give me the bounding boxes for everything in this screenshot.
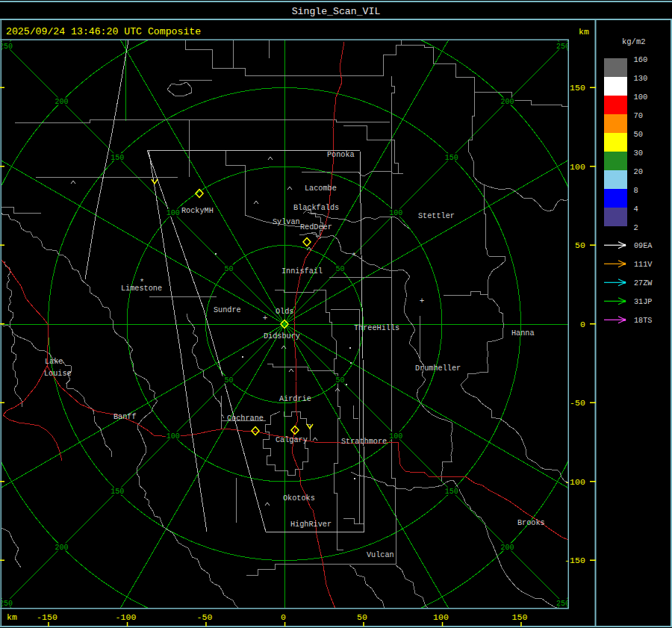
svg-text:27ZW: 27ZW xyxy=(634,279,653,287)
svg-text:200: 200 xyxy=(55,544,69,552)
svg-text:Olds: Olds xyxy=(276,308,293,316)
svg-text:-50: -50 xyxy=(196,612,212,622)
svg-text:-150: -150 xyxy=(564,556,585,565)
svg-text:0: 0 xyxy=(580,320,585,329)
svg-text:-100: -100 xyxy=(115,612,136,622)
svg-text:Sylvan: Sylvan xyxy=(273,218,300,226)
svg-text:8: 8 xyxy=(634,186,638,195)
svg-text:50: 50 xyxy=(336,376,345,385)
svg-text:HighRiver: HighRiver xyxy=(290,520,332,529)
svg-text:*: * xyxy=(140,278,145,287)
svg-text:Louise: Louise xyxy=(44,370,72,378)
svg-text:2: 2 xyxy=(634,223,638,232)
svg-text:160: 160 xyxy=(634,55,648,64)
svg-text:250: 250 xyxy=(556,43,570,51)
svg-text:RedDeer: RedDeer xyxy=(300,223,332,231)
svg-text:150: 150 xyxy=(445,154,458,162)
svg-text:Ponoka: Ponoka xyxy=(327,151,355,159)
svg-text:20: 20 xyxy=(634,167,644,176)
svg-text:Calgary: Calgary xyxy=(276,436,308,444)
svg-text:150: 150 xyxy=(445,488,458,496)
svg-text:250: 250 xyxy=(0,43,13,51)
svg-text:50: 50 xyxy=(634,130,644,139)
svg-text:100: 100 xyxy=(634,93,648,102)
svg-text:0: 0 xyxy=(281,612,286,622)
svg-text:50: 50 xyxy=(575,240,585,250)
svg-text:50: 50 xyxy=(224,265,233,273)
svg-text:70: 70 xyxy=(634,111,644,120)
svg-text:ThreeHills: ThreeHills xyxy=(354,324,399,332)
svg-text:Didsbury: Didsbury xyxy=(264,332,300,341)
svg-text:100: 100 xyxy=(433,612,449,622)
svg-text:Banff: Banff xyxy=(113,413,137,421)
svg-text:09EA: 09EA xyxy=(634,242,653,250)
svg-text:km: km xyxy=(579,27,589,37)
svg-text:-50: -50 xyxy=(570,398,585,408)
svg-text:200: 200 xyxy=(500,98,514,106)
svg-text:200: 200 xyxy=(500,544,514,552)
svg-text:150: 150 xyxy=(111,488,124,496)
svg-text:Sundre: Sundre xyxy=(214,306,241,314)
svg-text:130: 130 xyxy=(634,74,648,83)
svg-text:Single_Scan_VIL: Single_Scan_VIL xyxy=(292,6,381,17)
svg-text:18TS: 18TS xyxy=(634,317,652,325)
svg-text:250: 250 xyxy=(556,600,570,608)
svg-text:50: 50 xyxy=(357,612,367,622)
svg-text:kg/m2: kg/m2 xyxy=(622,37,646,46)
svg-text:Innisfail: Innisfail xyxy=(281,267,323,276)
svg-text:30: 30 xyxy=(634,149,644,158)
svg-text:100: 100 xyxy=(570,162,585,172)
svg-text:km: km xyxy=(7,612,17,622)
svg-text:100: 100 xyxy=(389,432,402,441)
svg-text:250: 250 xyxy=(0,600,13,608)
svg-text:Vulcan: Vulcan xyxy=(367,551,394,559)
svg-text:Lacombe: Lacombe xyxy=(305,184,337,193)
svg-text:Blackfalds: Blackfalds xyxy=(293,204,339,212)
svg-text:+: + xyxy=(263,314,268,323)
svg-text:-100: -100 xyxy=(564,477,585,487)
svg-text:150: 150 xyxy=(111,154,124,162)
svg-text:200: 200 xyxy=(55,98,69,106)
svg-text:2025/09/24 13:46:20 UTC Compos: 2025/09/24 13:46:20 UTC Composite xyxy=(6,26,201,37)
svg-text:Stettler: Stettler xyxy=(418,212,455,220)
svg-text:+: + xyxy=(420,296,425,305)
svg-text:Hanna: Hanna xyxy=(511,329,535,338)
svg-text:Lake: Lake xyxy=(45,358,63,366)
svg-text:150: 150 xyxy=(570,83,585,93)
svg-text:*: * xyxy=(352,252,357,261)
svg-text:50: 50 xyxy=(336,265,345,273)
svg-text:100: 100 xyxy=(167,432,180,441)
svg-text:100: 100 xyxy=(389,209,402,217)
svg-text:Strathmore: Strathmore xyxy=(341,438,387,446)
svg-text:-150: -150 xyxy=(37,612,57,622)
svg-text:31JP: 31JP xyxy=(634,298,652,306)
svg-text:RockyMH: RockyMH xyxy=(181,207,214,215)
svg-text:50: 50 xyxy=(224,376,233,385)
svg-text:100: 100 xyxy=(167,209,180,217)
svg-text:Drumheller: Drumheller xyxy=(415,364,461,373)
svg-text:4: 4 xyxy=(634,205,638,214)
svg-text:Okotoks: Okotoks xyxy=(283,494,315,503)
svg-text:Brooks: Brooks xyxy=(517,519,545,527)
svg-text:Airdrie: Airdrie xyxy=(279,395,311,403)
svg-text:Cochrane: Cochrane xyxy=(227,414,264,423)
svg-text:111V: 111V xyxy=(634,261,653,269)
svg-text:150: 150 xyxy=(511,612,527,622)
